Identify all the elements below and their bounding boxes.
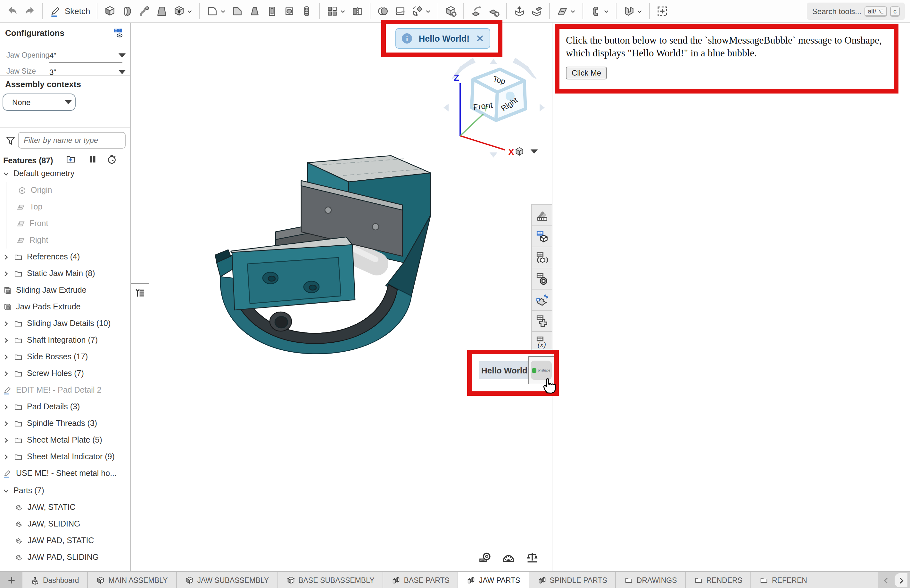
tab-nav-right-icon[interactable] <box>895 573 907 587</box>
tree-item[interactable]: Screw Holes (7) <box>0 365 130 382</box>
draft-button[interactable] <box>246 2 263 20</box>
tree-item[interactable]: Shaft Integration (7) <box>0 332 130 349</box>
tab-jaw-parts[interactable]: JAW PARTS <box>458 572 529 588</box>
tree-item[interactable]: Sliding Jaw Details (10) <box>0 315 130 332</box>
view-options-button[interactable] <box>514 146 535 157</box>
tree-item[interactable]: JAW, STATIC <box>0 499 130 515</box>
thicken-button[interactable] <box>170 2 196 20</box>
tree-item[interactable]: Sliding Jaw Extrude <box>0 282 130 299</box>
suppress-pause-icon[interactable] <box>87 154 98 165</box>
tree-item[interactable] <box>0 565 130 571</box>
hole-button[interactable] <box>298 2 315 20</box>
measure-tape-button[interactable] <box>478 551 492 564</box>
transform-button[interactable] <box>409 2 434 20</box>
shell-button[interactable] <box>281 2 298 20</box>
panel-collapse-handle[interactable] <box>131 283 149 302</box>
mirror-button[interactable] <box>349 2 366 20</box>
assembly-context-select[interactable]: None <box>3 94 76 111</box>
filter-input[interactable] <box>18 132 126 149</box>
tree-item[interactable]: Sheet Metal Plate (5) <box>0 432 130 448</box>
chevron-right-icon[interactable] <box>3 320 10 327</box>
export-button[interactable] <box>528 2 546 20</box>
chevron-down-icon[interactable] <box>220 8 226 15</box>
chamfer-button[interactable] <box>229 2 246 20</box>
chevron-down-icon[interactable] <box>340 8 346 15</box>
rib-button[interactable] <box>263 2 281 20</box>
hello-world-app-button[interactable]: onshape <box>528 356 554 384</box>
tab-jaw-subassembly[interactable]: JAW SUBASSEMBLY <box>176 572 278 588</box>
chevron-right-icon[interactable] <box>3 253 10 260</box>
redo-button[interactable] <box>21 2 39 20</box>
tree-item[interactable]: JAW PAD, SLIDING <box>0 549 130 565</box>
tree-item[interactable]: References (4) <box>0 249 130 265</box>
tree-item[interactable]: JAW, SLIDING <box>0 515 130 532</box>
tab-base-parts[interactable]: BASE PARTS <box>384 572 458 588</box>
appearance-panel-button[interactable] <box>531 204 552 226</box>
insert-derived-button[interactable] <box>511 2 528 20</box>
tree-item[interactable]: USE ME! - Sheet metal ho... <box>0 465 130 482</box>
loft-button[interactable] <box>153 2 170 20</box>
tab-nav-left-icon[interactable] <box>881 573 891 587</box>
sheet-metal-button[interactable] <box>620 2 645 20</box>
tab-base-subassembly[interactable]: BASE SUBASSEMBLY <box>278 572 383 588</box>
undo-button[interactable] <box>4 2 21 20</box>
rollback-timer-icon[interactable] <box>106 154 117 165</box>
tab-dashboard[interactable]: Dashboard <box>23 572 88 588</box>
tree-item[interactable]: JAW PAD, STATIC <box>0 532 130 549</box>
tab-renders[interactable]: RENDERS <box>686 572 751 588</box>
vise-jaw-model[interactable] <box>212 154 442 365</box>
tree-item[interactable]: Jaw Pads Extrude <box>0 299 130 315</box>
tree-item[interactable]: Right <box>0 232 130 249</box>
variables-button[interactable]: (x) <box>531 331 552 353</box>
protractor-button[interactable] <box>502 551 515 564</box>
tree-item[interactable]: Side Bosses (17) <box>0 349 130 365</box>
tree-item[interactable]: Default geometry <box>0 165 130 182</box>
mass-properties-button[interactable] <box>526 551 539 564</box>
tree-item[interactable]: Sheet Metal Indicator (9) <box>0 448 130 465</box>
chevron-right-icon[interactable] <box>3 420 10 427</box>
tree-item[interactable]: Front <box>0 215 130 232</box>
search-tools-box[interactable]: Search tools... alt/⌥ c <box>807 3 905 20</box>
jaw-size-select[interactable]: 3" <box>49 65 122 75</box>
tab-drawings[interactable]: DRAWINGS <box>616 572 686 588</box>
configuration-table-icon[interactable] <box>113 27 124 39</box>
sweep-button[interactable] <box>136 2 153 20</box>
extrude-button[interactable] <box>101 2 118 20</box>
sketch-button[interactable]: Sketch <box>47 2 93 20</box>
chevron-right-icon[interactable] <box>3 370 10 377</box>
tree-item[interactable]: Spindle Threads (3) <box>0 415 130 432</box>
chevron-right-icon[interactable] <box>3 403 10 410</box>
tree-item[interactable]: Parts (7) <box>0 482 130 499</box>
chevron-down-icon[interactable] <box>3 487 10 494</box>
jaw-opening-select[interactable]: 4" <box>49 48 122 63</box>
tab-spindle-parts[interactable]: SPINDLE PARTS <box>529 572 616 588</box>
tree-item[interactable]: Pad Details (3) <box>0 398 130 415</box>
chevron-right-icon[interactable] <box>3 353 10 360</box>
chevron-right-icon[interactable] <box>3 270 10 277</box>
new-tab-button[interactable] <box>0 572 23 588</box>
tree-item[interactable]: Static Jaw Main (8) <box>0 265 130 282</box>
flat-pattern-button[interactable] <box>531 310 552 332</box>
plane-button[interactable] <box>554 2 579 20</box>
delete-face-button[interactable] <box>485 2 502 20</box>
curve-button[interactable] <box>587 2 612 20</box>
chevron-down-icon[interactable] <box>636 8 643 15</box>
new-folder-icon[interactable] <box>65 154 76 165</box>
chevron-down-icon[interactable] <box>186 8 193 15</box>
chevron-down-icon[interactable] <box>3 170 10 177</box>
chevron-down-icon[interactable] <box>603 8 609 15</box>
close-icon[interactable] <box>476 35 484 42</box>
revolve-button[interactable] <box>118 2 136 20</box>
configurations-button[interactable] <box>531 226 552 247</box>
custom-feature-button[interactable] <box>654 2 671 20</box>
tree-item[interactable]: Top <box>0 199 130 215</box>
configuration-inputs-button[interactable] <box>531 247 552 268</box>
click-me-button[interactable]: Click Me <box>566 66 607 79</box>
chevron-right-icon[interactable] <box>3 337 10 344</box>
split-button[interactable] <box>392 2 409 20</box>
chevron-right-icon[interactable] <box>3 453 10 460</box>
chevron-down-icon[interactable] <box>425 8 431 15</box>
delete-part-button[interactable] <box>442 2 460 20</box>
linear-pattern-button[interactable] <box>324 2 349 20</box>
tree-item[interactable]: EDIT ME! - Pad Detail 2 <box>0 382 130 398</box>
